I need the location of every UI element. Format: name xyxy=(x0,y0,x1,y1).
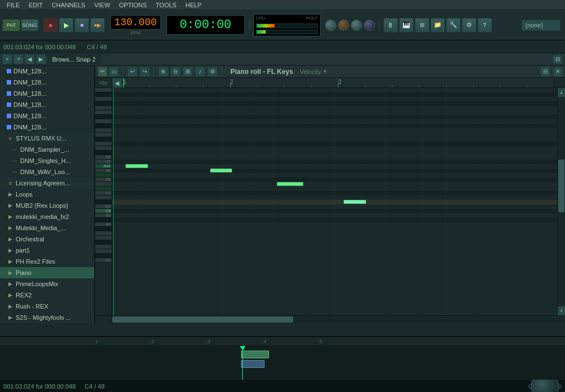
plugin-button[interactable]: 🔧 xyxy=(446,18,461,32)
record-live-button[interactable]: ●▶ xyxy=(90,18,105,32)
none-dropdown[interactable]: (none) xyxy=(521,20,561,31)
timeline-tracks[interactable] xyxy=(0,346,565,380)
list-item[interactable]: α STYLUS RMX U... xyxy=(0,133,94,144)
browser-tab[interactable]: Brows... Snap 2 xyxy=(47,54,101,64)
nav-right-button[interactable]: ▶ xyxy=(36,54,46,64)
master-pitch-knob[interactable] xyxy=(338,20,349,31)
piano-key-a3[interactable]: A3 xyxy=(95,222,112,227)
velocity-dropdown-arrow[interactable]: ▾ xyxy=(323,68,327,75)
timeline-pattern-2[interactable] xyxy=(241,360,265,368)
piano-key-e6[interactable] xyxy=(95,88,112,92)
step-seq-button[interactable]: ⊞ xyxy=(415,18,429,32)
list-item-s2s[interactable]: ▶ S2S - Mightyfools ... xyxy=(0,312,94,323)
piano-key-d5[interactable] xyxy=(95,146,112,151)
scrollbar-thumb[interactable] xyxy=(558,160,564,212)
menu-view[interactable]: VIEW xyxy=(90,0,114,10)
help-button[interactable]: ? xyxy=(478,18,492,32)
undo-button[interactable]: ↩ xyxy=(127,67,137,77)
piano-key-f4[interactable]: F#4 xyxy=(95,186,112,191)
note-grid-container[interactable] xyxy=(112,88,557,315)
list-item-rex2[interactable]: ▶ REX2 xyxy=(0,290,94,301)
scroll-down-button[interactable]: ▼ xyxy=(558,306,565,315)
note-grid[interactable] xyxy=(112,88,557,315)
settings-button[interactable]: ⚙ xyxy=(462,18,476,32)
list-item-mub2[interactable]: ▶ MUB2 {Rex Loops} xyxy=(0,200,94,211)
piano-key-gs3[interactable]: G#3 xyxy=(95,227,112,231)
piano-key-ds3[interactable] xyxy=(95,254,112,258)
list-item-mutekki-fx[interactable]: ▶ mutekki_media_fx2 xyxy=(0,211,94,222)
list-item[interactable]: — DNM_WAV_Loo... xyxy=(0,166,94,178)
list-item-mutekki-media[interactable]: ▶ Mutekki_Media_... xyxy=(0,222,94,234)
menu-channels[interactable]: CHANNELS xyxy=(47,0,90,10)
list-item-ph-rex2[interactable]: ▶ PH Rex2 Files xyxy=(0,256,94,267)
piano-key-as3[interactable]: A#3 xyxy=(95,218,112,222)
piano-key-c5[interactable]: D5 xyxy=(95,155,112,160)
menu-edit[interactable]: EDIT xyxy=(24,0,47,10)
zoom-in-button[interactable]: ⊕ xyxy=(158,67,168,77)
piano-key-a5[interactable] xyxy=(95,119,112,124)
piano-key-c3[interactable]: G3 xyxy=(95,258,112,263)
list-item-loops[interactable]: ▶ Loops xyxy=(0,189,94,200)
piano-key-c6[interactable] xyxy=(95,106,112,110)
list-item[interactable]: — DNM_Singles_H... xyxy=(0,155,94,166)
piano-key-gs5[interactable]: A5 xyxy=(95,124,112,128)
pr-menu-button[interactable]: ⊟ xyxy=(540,67,550,77)
stop-button[interactable]: ■ xyxy=(75,18,89,32)
piano-key-g3[interactable] xyxy=(95,231,112,236)
draw-tool[interactable]: ✏ xyxy=(98,67,108,77)
piano-key-fs4[interactable] xyxy=(95,182,112,186)
list-item[interactable]: DNM_128... xyxy=(0,66,94,77)
note-c4[interactable] xyxy=(344,200,366,204)
horizontal-scrollbar[interactable] xyxy=(95,315,565,323)
list-item[interactable]: DNM_128... xyxy=(0,110,94,122)
menu-file[interactable]: FILE xyxy=(2,0,24,10)
chord-button[interactable]: ♪ xyxy=(195,67,205,77)
play-button[interactable]: ▶ xyxy=(59,18,73,32)
zoom-out-button[interactable]: ⊖ xyxy=(170,67,180,77)
pr-close-button[interactable]: ✕ xyxy=(553,67,563,77)
piano-key-b3[interactable]: B3 xyxy=(95,213,112,218)
bpm-display[interactable]: 130.000 xyxy=(110,15,161,30)
master-volume-knob[interactable] xyxy=(325,20,336,31)
list-item[interactable]: α Licensing Agreem... xyxy=(0,178,94,189)
scale-button[interactable]: ⚙ xyxy=(207,67,217,77)
list-item[interactable]: DNM_128... xyxy=(0,122,94,133)
list-item[interactable]: — DNM_Sampler_... xyxy=(0,144,94,155)
scrollbar-track[interactable] xyxy=(558,97,565,306)
note-as4[interactable] xyxy=(126,164,148,168)
piano-key-ds5[interactable]: F5 xyxy=(95,151,112,155)
pat-button[interactable]: PAT xyxy=(2,19,20,31)
scroll-left-button[interactable]: ◀ xyxy=(112,78,122,88)
record-button[interactable]: ● xyxy=(43,18,58,32)
piano-key-as4[interactable]: A#4 xyxy=(95,164,112,169)
list-item[interactable]: DNM_128... xyxy=(0,77,94,88)
piano-key-e4[interactable]: F4 xyxy=(95,191,112,195)
h-scrollbar-thumb[interactable] xyxy=(112,316,293,323)
song-button[interactable]: SONG xyxy=(21,19,39,31)
piano-key-cs6[interactable]: D#6 xyxy=(95,101,112,106)
redo-button[interactable]: ↪ xyxy=(140,67,150,77)
browser-button[interactable]: 📁 xyxy=(430,18,445,32)
list-item-part1[interactable]: ▶ part1 xyxy=(0,245,94,256)
timeline-pattern-1[interactable] xyxy=(241,351,269,358)
list-item-piano[interactable]: ▶ Piano xyxy=(0,267,94,278)
piano-key-d6[interactable] xyxy=(95,97,112,101)
piano-key-d4b[interactable]: D4 xyxy=(95,204,112,209)
piano-key-b4[interactable]: C5 xyxy=(95,160,112,164)
vertical-scrollbar[interactable]: ▲ ▼ xyxy=(557,88,565,315)
close-panel-button[interactable]: ✕ xyxy=(13,54,24,64)
piano-key-g5[interactable] xyxy=(95,128,112,133)
list-item[interactable]: DNM_128... xyxy=(0,88,94,99)
mixer-button[interactable]: 🎚 xyxy=(383,18,398,32)
swing-knob[interactable] xyxy=(364,20,375,31)
piano-key-fs3[interactable] xyxy=(95,236,112,240)
add-panel-button[interactable]: + xyxy=(2,54,12,64)
piano-key-a4[interactable]: A4 xyxy=(95,169,112,173)
piano-key-gs4[interactable]: G#4 xyxy=(95,173,112,178)
menu-tools[interactable]: TOOLS xyxy=(151,0,181,10)
piano-key-c4[interactable]: C4 xyxy=(95,209,112,213)
piano-key-f3[interactable]: G#3 xyxy=(95,240,112,245)
piano-key-ds6[interactable] xyxy=(95,92,112,97)
list-item-orchestral[interactable]: ▶ Orchestral xyxy=(0,234,94,245)
quantize-button[interactable]: ⊞ xyxy=(183,67,193,77)
